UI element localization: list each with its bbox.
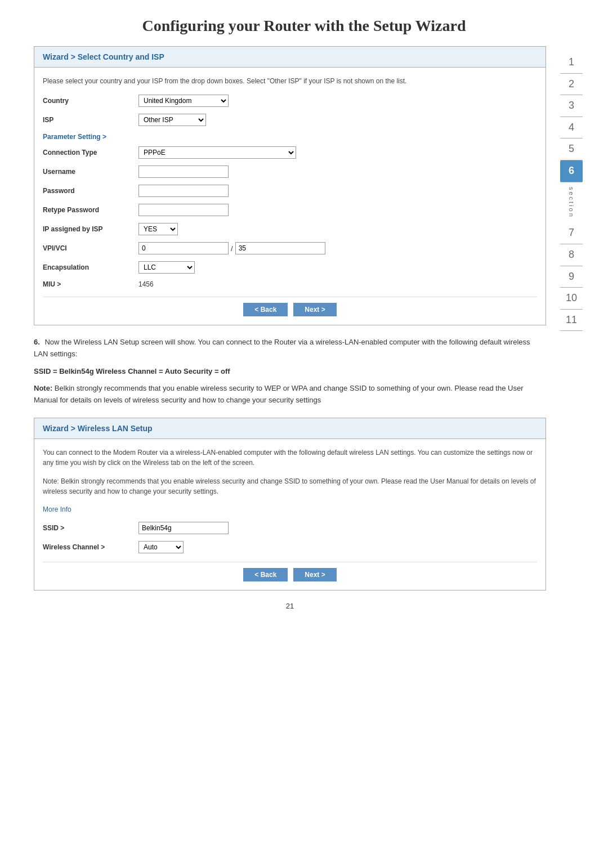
wizard2-button-row: < Back Next > [43, 562, 537, 581]
connection-type-row: Connection Type PPPoE [43, 146, 537, 159]
note-bold-label: Note: [34, 384, 52, 392]
vpi-input[interactable] [138, 242, 229, 254]
ip-assigned-label: IP assigned by ISP [43, 225, 138, 233]
ip-assigned-select[interactable]: YES NO [138, 223, 178, 235]
parameter-setting-row: Parameter Setting > [43, 133, 537, 141]
username-label: Username [43, 168, 138, 176]
wizard-wireless-lan-setup: Wizard > Wireless LAN Setup You can conn… [34, 418, 546, 590]
ssid-label: SSID > [43, 524, 138, 532]
vci-input[interactable] [235, 242, 325, 254]
password-row: Password [43, 185, 537, 197]
wireless-channel-select[interactable]: Auto 1 6 11 [138, 541, 184, 553]
wizard2-next-button[interactable]: Next > [293, 568, 336, 581]
connection-type-label: Connection Type [43, 149, 138, 156]
ssid-line: SSID = Belkin54g Wireless Channel = Auto… [34, 366, 546, 378]
country-select[interactable]: United Kingdom [138, 95, 229, 107]
side-nav-item-7[interactable]: 7 [560, 222, 583, 244]
side-nav-item-3[interactable]: 3 [560, 95, 583, 117]
wizard-select-country-isp: Wizard > Select Country and ISP Please s… [34, 46, 546, 325]
step6-text: 6. Now the Wireless LAN Setup screen wil… [34, 337, 546, 360]
ssid-row: SSID > [43, 522, 537, 534]
side-nav-item-4[interactable]: 4 [560, 117, 583, 139]
retype-password-label: Retype Password [43, 206, 138, 214]
isp-row: ISP Other ISP [43, 114, 537, 126]
side-nav-item-10[interactable]: 10 [560, 288, 583, 310]
side-navigation: 1 2 3 4 5 6 section 7 8 9 10 11 [557, 46, 585, 621]
encapsulation-row: Encapsulation LLC VC-MUX [43, 261, 537, 274]
side-nav-item-11[interactable]: 11 [560, 310, 583, 332]
page-number: 21 [34, 602, 546, 621]
wizard1-title: Wizard > Select Country and ISP [43, 52, 164, 61]
side-nav-item-9[interactable]: 9 [560, 266, 583, 288]
parameter-setting-label: Parameter Setting > [43, 133, 138, 141]
wireless-channel-row: Wireless Channel > Auto 1 6 11 [43, 541, 537, 553]
country-row: Country United Kingdom [43, 95, 537, 107]
side-nav-item-8[interactable]: 8 [560, 244, 583, 266]
wizard1-back-button[interactable]: < Back [243, 303, 288, 316]
connection-type-select[interactable]: PPPoE [138, 146, 296, 159]
wizard2-header: Wizard > Wireless LAN Setup [34, 418, 546, 439]
retype-password-input[interactable] [138, 204, 229, 216]
mtu-value: 1456 [138, 280, 154, 288]
side-nav-item-1[interactable]: 1 [560, 52, 583, 74]
mtu-label: MIU > [43, 280, 138, 288]
side-nav-item-5[interactable]: 5 [560, 138, 583, 160]
wizard2-description1: You can connect to the Modem Router via … [43, 448, 537, 468]
vpi-vci-row: VPI/VCI / [43, 242, 537, 254]
country-label: Country [43, 97, 138, 105]
step6-number: 6. [34, 338, 40, 346]
isp-label: ISP [43, 116, 138, 124]
ip-assigned-row: IP assigned by ISP YES NO [43, 223, 537, 235]
wizard1-header: Wizard > Select Country and ISP [34, 47, 546, 68]
side-nav-item-2[interactable]: 2 [560, 74, 583, 96]
more-info-link[interactable]: More Info [43, 505, 71, 513]
encapsulation-select[interactable]: LLC VC-MUX [138, 261, 195, 274]
wireless-channel-label: Wireless Channel > [43, 543, 138, 551]
encapsulation-label: Encapsulation [43, 263, 138, 271]
wizard1-next-button[interactable]: Next > [293, 303, 336, 316]
wizard2-back-button[interactable]: < Back [243, 568, 288, 581]
vpi-vci-inputs: / [138, 242, 325, 254]
wizard2-title: Wizard > Wireless LAN Setup [43, 424, 153, 433]
step6-note: Note: Belkin strongly recommends that yo… [34, 383, 546, 406]
isp-select[interactable]: Other ISP [138, 114, 206, 126]
retype-password-row: Retype Password [43, 204, 537, 216]
password-label: Password [43, 187, 138, 195]
wizard2-description2: Note: Belkin strongly recommends that yo… [43, 476, 537, 496]
ssid-input[interactable] [138, 522, 229, 534]
page-title: Configuring your Router with the Setup W… [0, 0, 608, 46]
vpi-vci-separator: / [231, 244, 233, 253]
section-label: section [568, 182, 575, 223]
password-input[interactable] [138, 185, 229, 197]
username-row: Username [43, 165, 537, 178]
wizard1-button-row: < Back Next > [43, 297, 537, 316]
vpi-vci-label: VPI/VCI [43, 244, 138, 252]
mtu-row: MIU > 1456 [43, 280, 537, 288]
step6-main-text: Now the Wireless LAN Setup screen will s… [34, 338, 530, 358]
note-content: Belkin strongly recommends that you enab… [34, 384, 524, 404]
username-input[interactable] [138, 165, 229, 178]
side-nav-item-6[interactable]: 6 [560, 160, 583, 182]
step6-container: 6. Now the Wireless LAN Setup screen wil… [34, 337, 546, 406]
wizard1-description: Please select your country and your ISP … [43, 76, 537, 86]
